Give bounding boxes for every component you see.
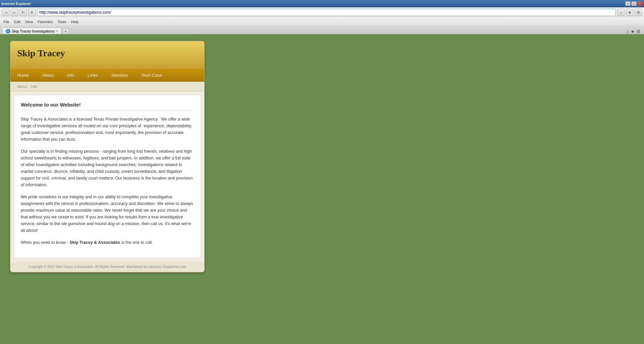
title-bar-buttons: − □ × [625,1,643,6]
toolbar-file[interactable]: File [2,19,11,24]
page-content: Skip Tracey Home About Info Links Servic… [0,34,644,344]
paragraph-3: We pride ourselves in our integrity and … [21,194,194,234]
title-bar-left: Internet Explorer [1,2,31,6]
back-button[interactable]: ◀ [2,9,9,16]
site-nav: Home About Info Links Services Start Cas… [10,69,204,82]
toolbar-favorites[interactable]: Favorites [36,19,54,24]
tab-skip-tracey[interactable]: i Skip Tracey Investigations × [2,27,62,34]
site-main: Welcome to our Website! Skip Tracey & As… [14,95,201,258]
footer-text: Copyright © 2012 Skip Tracey & Associate… [29,265,186,269]
paragraph-4: When you need to know - Skip Tracey & As… [21,239,194,246]
star-icon[interactable]: ★ [631,29,635,34]
close-button[interactable]: × [637,1,643,6]
new-tab-button[interactable]: + [62,28,69,34]
home-icon[interactable]: ⌂ [627,29,629,34]
toolbar-edit[interactable]: Edit [13,19,22,24]
maximize-button[interactable]: □ [631,1,637,6]
toolbar-view[interactable]: View [24,19,35,24]
paragraph-2: Our specialty is in finding missing pers… [21,148,194,188]
site-header: Skip Tracey [10,41,204,69]
title-bar-text: Internet Explorer [1,2,31,6]
gear-icon[interactable]: ⚙ [636,29,641,34]
tab-favicon: i [6,29,10,33]
site-footer: Copyright © 2012 Skip Tracey & Associate… [10,262,204,272]
tools-button[interactable]: ⚙ [635,9,642,16]
minimize-button[interactable]: − [625,1,631,6]
tabs-bar: i Skip Tracey Investigations × + ⌂ ★ ⚙ [0,26,644,34]
nav-bar: ◀ ▶ ↻ ✕ ⌂ ★ ⚙ [0,7,644,17]
nav-home[interactable]: Home [10,69,36,82]
tab-title: Skip Tracey Investigations [12,29,55,33]
title-bar: Internet Explorer − □ × [0,0,644,7]
site-title: Skip Tracey [17,48,198,59]
address-input[interactable] [37,9,616,16]
nav-services[interactable]: Services [105,69,135,82]
stop-button[interactable]: ✕ [28,9,36,16]
browser-icons: ⌂ ★ ⚙ [627,29,642,34]
address-bar-container [37,9,616,16]
toolbar-bar: File Edit View Favorites Tools Help [0,17,644,26]
tab-close[interactable]: × [56,29,58,33]
nav-about[interactable]: About [36,69,60,82]
refresh-button[interactable]: ↻ [19,9,27,16]
breadcrumb: About Info [10,82,204,91]
welcome-heading: Welcome to our Website! [21,102,194,111]
toolbar-tools[interactable]: Tools [56,19,68,24]
nav-info[interactable]: Info [60,69,81,82]
website-container: Skip Tracey Home About Info Links Servic… [10,41,205,272]
favorites-button[interactable]: ★ [626,9,633,16]
nav-start-case[interactable]: Start Case [135,69,169,82]
home-button[interactable]: ⌂ [617,9,625,16]
nav-links[interactable]: Links [81,69,104,82]
forward-button[interactable]: ▶ [11,9,18,16]
toolbar-help[interactable]: Help [69,19,80,24]
paragraph-1: Skip Tracey & Associates is a licensed T… [21,116,194,143]
